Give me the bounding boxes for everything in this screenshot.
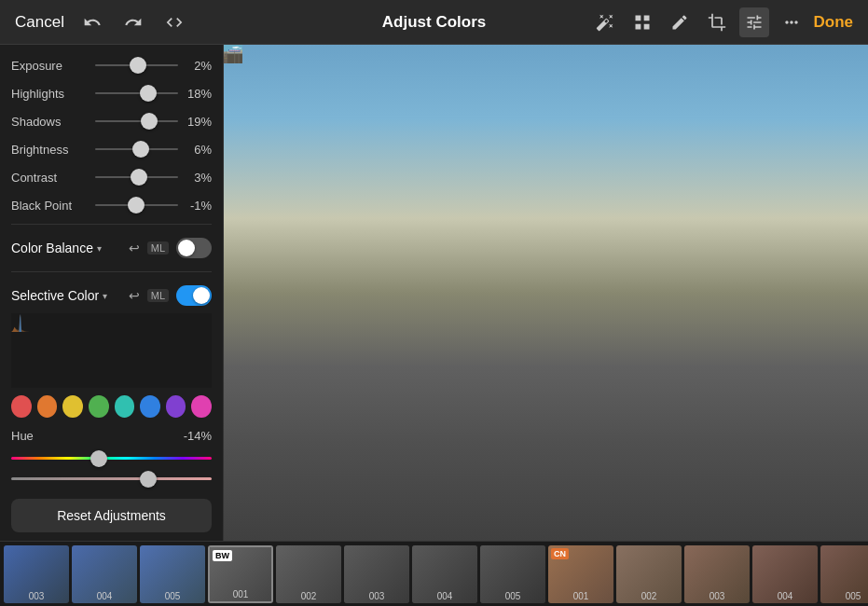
magic-wand-button[interactable] bbox=[590, 7, 620, 37]
brightness-value: 6% bbox=[178, 143, 212, 157]
swatch-red[interactable] bbox=[11, 395, 32, 418]
svg-rect-20 bbox=[229, 50, 231, 51]
color-balance-undo-icon[interactable]: ↩ bbox=[129, 241, 140, 255]
selective-color-toggle[interactable] bbox=[176, 285, 212, 306]
toolbar-right: Done bbox=[590, 7, 854, 37]
black-point-slider[interactable] bbox=[95, 204, 178, 206]
film-item-004-cn[interactable]: 004 bbox=[752, 545, 818, 603]
swatch-orange[interactable] bbox=[37, 395, 58, 418]
cancel-button[interactable]: Cancel bbox=[15, 13, 64, 32]
brightness-slider-container bbox=[95, 140, 178, 158]
film-item-label: 002 bbox=[301, 591, 317, 601]
swatch-green[interactable] bbox=[89, 395, 109, 418]
color-balance-toggle[interactable] bbox=[176, 238, 212, 258]
color-balance-label: Color Balance bbox=[11, 241, 93, 255]
selective-color-section[interactable]: Selective Color ▾ ↩ ML bbox=[0, 278, 223, 313]
film-item-005-1[interactable]: 005 bbox=[140, 545, 205, 603]
hue-slider[interactable] bbox=[11, 457, 212, 460]
swatch-yellow[interactable] bbox=[62, 395, 83, 418]
filmstrip: 003 004 005 001 002 003 004 005 001 002 … bbox=[0, 541, 868, 606]
svg-rect-39 bbox=[234, 51, 235, 63]
film-item-label: 005 bbox=[505, 591, 521, 601]
exposure-slider[interactable] bbox=[95, 64, 178, 66]
film-item-005-cn[interactable]: 005 bbox=[820, 545, 868, 603]
hue-label-row: Hue -14% bbox=[11, 429, 212, 443]
black-point-row: Black Point -1% bbox=[11, 196, 212, 214]
hue-section: Hue -14% bbox=[0, 425, 223, 488]
shadows-slider[interactable] bbox=[95, 120, 178, 122]
divider-1 bbox=[11, 224, 212, 225]
svg-rect-21 bbox=[231, 50, 233, 51]
film-item-label: 003 bbox=[710, 591, 725, 601]
brightness-slider[interactable] bbox=[95, 148, 178, 150]
selective-color-label: Selective Color bbox=[11, 288, 99, 303]
undo-button[interactable] bbox=[79, 9, 105, 35]
highlights-slider[interactable] bbox=[95, 92, 178, 94]
redo-button[interactable] bbox=[120, 9, 146, 35]
film-item-003-cn[interactable]: 003 bbox=[684, 545, 750, 603]
film-item-label: 003 bbox=[369, 591, 385, 601]
film-item-label: 004 bbox=[437, 591, 453, 601]
selective-color-undo-icon[interactable]: ↩ bbox=[129, 288, 140, 303]
contrast-value: 3% bbox=[178, 171, 212, 185]
more-button[interactable] bbox=[777, 7, 806, 37]
brightness-label: Brightness bbox=[11, 143, 95, 157]
photo-svg bbox=[224, 45, 242, 63]
film-item-004-1[interactable]: 004 bbox=[72, 545, 137, 603]
toolbar: Cancel Adjust Colors Done bbox=[0, 0, 868, 45]
contrast-label: Contrast bbox=[11, 171, 95, 185]
code-button[interactable] bbox=[161, 9, 187, 35]
swatch-purple[interactable] bbox=[166, 395, 186, 418]
left-panel: Exposure 2% Highlights 18% Shadows bbox=[0, 45, 224, 541]
color-swatches bbox=[0, 388, 223, 425]
svg-rect-16 bbox=[224, 53, 242, 54]
film-item-003-bw[interactable]: 003 bbox=[344, 545, 409, 603]
color-balance-section[interactable]: Color Balance ▾ ↩ ML bbox=[0, 230, 223, 266]
film-item-label: 003 bbox=[29, 591, 45, 601]
histogram-chart bbox=[11, 313, 30, 332]
hue-label: Hue bbox=[11, 429, 34, 443]
adjustments-button[interactable] bbox=[739, 7, 769, 37]
crop-button[interactable] bbox=[702, 7, 732, 37]
color-balance-controls: ↩ ML bbox=[129, 238, 212, 258]
pencil-button[interactable] bbox=[665, 7, 695, 37]
main-content: Exposure 2% Highlights 18% Shadows bbox=[0, 45, 868, 541]
swatch-blue[interactable] bbox=[140, 395, 160, 418]
highlights-value: 18% bbox=[178, 87, 212, 101]
done-button[interactable]: Done bbox=[814, 13, 854, 32]
highlights-slider-container bbox=[95, 84, 178, 103]
histogram bbox=[11, 313, 212, 388]
highlights-label: Highlights bbox=[11, 87, 95, 101]
film-item-label: 004 bbox=[778, 591, 793, 601]
film-item-label: 005 bbox=[846, 591, 861, 601]
reset-button[interactable]: Reset Adjustments bbox=[11, 499, 212, 532]
film-item-label: 001 bbox=[573, 591, 589, 601]
saturation-slider[interactable] bbox=[11, 477, 212, 480]
film-item-002-cn[interactable]: 002 bbox=[616, 545, 682, 603]
svg-point-8 bbox=[239, 48, 242, 49]
film-item-label: 005 bbox=[165, 591, 181, 601]
film-item-004-bw[interactable]: 004 bbox=[412, 545, 477, 603]
contrast-slider-container bbox=[95, 168, 178, 186]
selective-color-toggle-thumb bbox=[193, 287, 210, 304]
swatch-teal[interactable] bbox=[115, 395, 135, 418]
exposure-value: 2% bbox=[178, 59, 212, 73]
color-balance-ml-badge: ML bbox=[147, 241, 169, 255]
grid-button[interactable] bbox=[627, 7, 657, 37]
svg-rect-19 bbox=[229, 49, 241, 50]
film-item-001-cn[interactable]: 001 bbox=[548, 545, 613, 603]
film-item-label: 001 bbox=[233, 589, 249, 599]
swatch-pink[interactable] bbox=[191, 395, 212, 418]
exposure-label: Exposure bbox=[11, 59, 95, 73]
svg-rect-36 bbox=[224, 52, 225, 57]
svg-rect-22 bbox=[233, 50, 235, 51]
film-item-002-bw[interactable]: 002 bbox=[276, 545, 341, 603]
film-item-001-bw[interactable]: 001 bbox=[208, 545, 273, 603]
black-point-slider-container bbox=[95, 196, 178, 214]
film-item-003-1[interactable]: 003 bbox=[4, 545, 69, 603]
film-item-005-bw[interactable]: 005 bbox=[480, 545, 545, 603]
shadows-slider-container bbox=[95, 112, 178, 131]
color-balance-chevron-icon: ▾ bbox=[97, 243, 102, 254]
contrast-slider[interactable] bbox=[95, 176, 178, 178]
selective-color-controls: ↩ ML bbox=[129, 285, 212, 306]
